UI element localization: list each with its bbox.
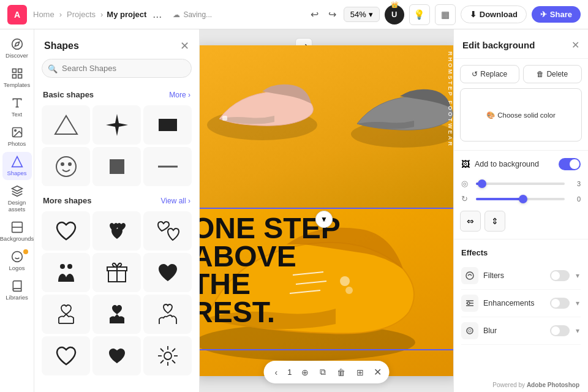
- shape-hearts-small[interactable]: [92, 211, 141, 251]
- canvas-add-button[interactable]: ⊕: [298, 365, 312, 380]
- flip-v-button[interactable]: ⇕: [484, 211, 505, 232]
- filters-toggle[interactable]: [550, 270, 570, 281]
- sidebar-item-discover[interactable]: Discover: [2, 34, 32, 62]
- redo-button[interactable]: ↪: [326, 6, 339, 23]
- search-input[interactable]: [42, 59, 192, 78]
- saving-icon: ☁: [173, 10, 180, 19]
- filters-expand-button[interactable]: ▾: [575, 271, 581, 280]
- search-box: 🔍: [42, 59, 192, 78]
- blur-expand-button[interactable]: ▾: [575, 326, 581, 335]
- canvas-area: ⇄ 🗑: [200, 29, 453, 392]
- rotate-fill: [476, 198, 521, 200]
- avatar-initial: U: [391, 10, 397, 19]
- photos-label: Photos: [8, 140, 26, 147]
- view-all-button[interactable]: View all ›: [161, 197, 190, 205]
- templates-label: Templates: [4, 81, 30, 88]
- shape-people[interactable]: [42, 253, 90, 292]
- svg-marker-1: [15, 42, 19, 46]
- shape-heart-give[interactable]: [143, 295, 192, 334]
- canvas-prev-button[interactable]: ‹: [271, 365, 282, 380]
- sidebar-item-text[interactable]: Text: [2, 93, 32, 121]
- svg-point-19: [61, 163, 64, 165]
- close-shapes-panel-button[interactable]: ✕: [180, 39, 189, 53]
- powered-by-text: Powered by: [492, 382, 525, 388]
- opacity-slider[interactable]: [476, 183, 565, 185]
- sidebar-item-backgrounds[interactable]: Backgrounds: [2, 217, 32, 246]
- canvas-grid-button[interactable]: ⊞: [353, 365, 368, 380]
- shape-triangle[interactable]: [42, 105, 90, 145]
- app-logo[interactable]: A: [7, 5, 27, 24]
- sidebar-item-photos[interactable]: Photos: [2, 123, 32, 151]
- home-link[interactable]: Home: [33, 10, 55, 19]
- shape-heart-hand2[interactable]: [92, 295, 141, 334]
- download-button[interactable]: ⬇ Download: [461, 6, 527, 23]
- more-options-button[interactable]: ...: [149, 6, 165, 23]
- shape-rectangle[interactable]: [143, 105, 192, 145]
- zoom-control[interactable]: 54% ▾: [344, 7, 380, 22]
- shape-two-hearts[interactable]: [143, 211, 192, 251]
- shape-sparkle[interactable]: [143, 336, 192, 375]
- svg-line-35: [172, 360, 175, 363]
- shape-heart-solid2[interactable]: [92, 336, 141, 375]
- add-to-background-toggle[interactable]: [559, 158, 581, 170]
- more-shapes-grid: [34, 209, 199, 380]
- avatar[interactable]: 👑 U: [385, 5, 404, 24]
- enhancements-toggle[interactable]: [550, 298, 570, 309]
- shape-heart-small1[interactable]: [42, 336, 90, 375]
- flip-h-button[interactable]: ⇔: [460, 211, 481, 232]
- canvas-toolbar-close-button[interactable]: ✕: [374, 366, 382, 378]
- color-swatch-icon: 🎨: [486, 111, 495, 119]
- shape-star4[interactable]: [92, 105, 141, 145]
- project-name[interactable]: My project: [107, 10, 146, 19]
- topbar-actions: ↩ ↪ 54% ▾ 👑 U 💡 ▦ ⬇ Download ✈ Share: [308, 4, 581, 25]
- shape-line[interactable]: [143, 147, 192, 186]
- bulb-button[interactable]: 💡: [409, 4, 430, 25]
- projects-link[interactable]: Projects: [67, 10, 96, 19]
- rotate-slider[interactable]: [476, 198, 565, 200]
- sidebar-item-shapes[interactable]: Shapes: [2, 152, 32, 180]
- sidebar-item-templates[interactable]: Templates: [2, 64, 32, 92]
- grid-button[interactable]: ▦: [435, 4, 456, 25]
- filters-row: Filters ▾: [461, 262, 581, 290]
- sidebar-item-logos[interactable]: Logos: [2, 247, 32, 275]
- canvas-trash-button[interactable]: 🗑: [333, 365, 349, 380]
- enhancements-row: Enhancements ▾: [461, 290, 581, 317]
- shape-square[interactable]: [92, 147, 141, 186]
- opacity-slider-row: ◎ 3: [454, 175, 588, 190]
- download-label: Download: [480, 10, 518, 19]
- shape-heart-outline[interactable]: [42, 211, 90, 251]
- enhancements-expand-button[interactable]: ▾: [575, 299, 581, 307]
- svg-point-0: [12, 39, 22, 50]
- choose-solid-color-button[interactable]: 🎨 Choose solid color: [460, 88, 582, 141]
- shape-smiley[interactable]: [42, 147, 90, 186]
- replace-icon: ↺: [472, 70, 478, 78]
- basic-shapes-more-button[interactable]: More ›: [169, 91, 190, 99]
- design-assets-label: Design assets: [5, 199, 29, 213]
- svg-rect-3: [18, 69, 21, 73]
- shape-heart-hands[interactable]: [42, 295, 90, 334]
- undo-button[interactable]: ↩: [308, 6, 321, 23]
- svg-point-45: [340, 276, 350, 286]
- close-edit-background-button[interactable]: ✕: [571, 39, 579, 51]
- canvas-duplicate-button[interactable]: ⧉: [316, 364, 330, 380]
- replace-button[interactable]: ↺ Replace: [460, 65, 519, 83]
- rotate-thumb[interactable]: [519, 195, 527, 203]
- enhancements-icon: [461, 295, 478, 312]
- sidebar-item-libraries[interactable]: Libraries: [2, 276, 32, 304]
- sidebar-item-design-assets[interactable]: Design assets: [2, 181, 32, 216]
- rotate-value: 0: [570, 195, 581, 203]
- add-to-bg-icon: 🖼: [461, 159, 470, 169]
- shape-gift[interactable]: [92, 253, 141, 292]
- opacity-value: 3: [570, 180, 581, 187]
- opacity-thumb[interactable]: [478, 179, 486, 188]
- topbar: A Home › Projects › My project ... ☁ Sav…: [0, 0, 588, 29]
- add-to-background-row: 🖼 Add to background: [454, 153, 588, 175]
- canvas-nav-down-button[interactable]: ▼: [315, 211, 333, 228]
- svg-point-20: [69, 163, 71, 165]
- filters-toggle-thumb: [551, 271, 560, 280]
- share-button[interactable]: ✈ Share: [532, 6, 581, 23]
- svg-point-23: [60, 264, 65, 269]
- shape-heart-solid[interactable]: [143, 253, 192, 292]
- blur-toggle[interactable]: [550, 325, 570, 336]
- delete-button[interactable]: 🗑 Delete: [523, 65, 582, 83]
